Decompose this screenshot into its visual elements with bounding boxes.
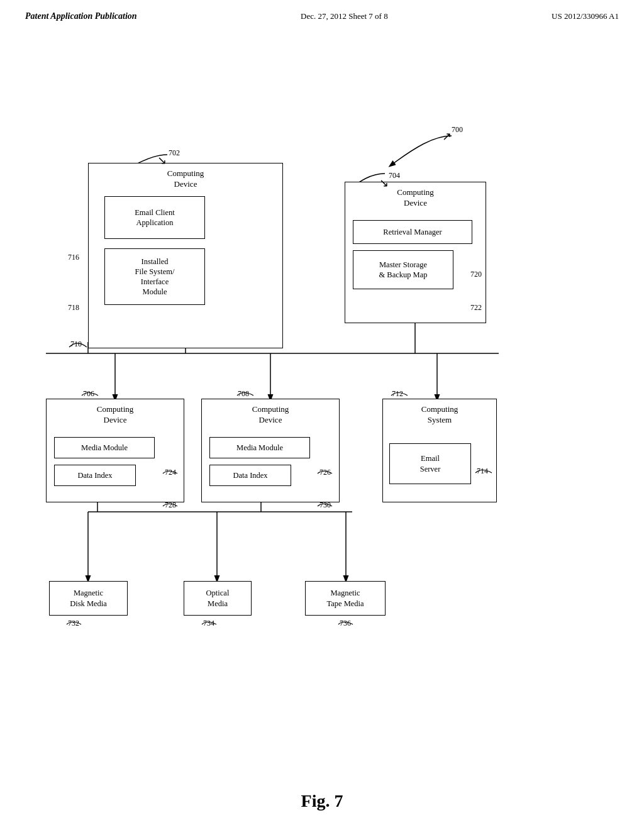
ref-728-curve	[162, 502, 181, 512]
magnetic-disk-label: MagneticDisk Media	[70, 588, 107, 609]
installed-fs-box: InstalledFile System/InterfaceModule	[104, 248, 205, 305]
media-module-706-box: Media Module	[54, 437, 155, 458]
master-storage-label: Master Storage& Backup Map	[379, 260, 427, 280]
figure-caption: Fig. 7	[301, 791, 343, 811]
email-client-box: Email ClientApplication	[104, 196, 205, 239]
retrieval-manager-box: Retrieval Manager	[353, 220, 472, 244]
data-index-706-box: Data Index	[54, 465, 136, 486]
optical-media-box: OpticalMedia	[184, 581, 252, 616]
publication-date: Dec. 27, 2012 Sheet 7 of 8	[301, 11, 388, 21]
magnetic-tape-label: MagneticTape Media	[326, 588, 364, 609]
publication-title: Patent Application Publication	[25, 11, 137, 21]
diagram-area: ComputingDevice Email ClientApplication …	[0, 28, 644, 751]
label-712: ComputingSystem	[383, 404, 496, 426]
ref-710-svg	[68, 341, 93, 355]
ref-724-curve	[162, 469, 181, 479]
ref-730-curve	[317, 502, 336, 512]
label-706: ComputingDevice	[47, 404, 184, 426]
ref-714-curve	[474, 468, 497, 479]
ref-720: 720	[470, 270, 482, 279]
diagram-svg	[0, 28, 644, 751]
computing-device-704: ComputingDevice Retrieval Manager Master…	[345, 182, 486, 323]
computing-device-708: ComputingDevice Media Module Data Index	[201, 399, 340, 502]
email-client-label: Email ClientApplication	[135, 208, 175, 228]
label-708: ComputingDevice	[202, 404, 339, 426]
computing-device-702: ComputingDevice Email ClientApplication …	[88, 163, 283, 348]
ref-702-curve: ↘	[157, 153, 167, 167]
label-704: ComputingDevice	[345, 187, 486, 209]
magnetic-tape-box: MagneticTape Media	[305, 581, 386, 616]
computing-device-706: ComputingDevice Media Module Data Index	[46, 399, 184, 502]
ref-736-curve	[338, 620, 357, 630]
media-module-708-box: Media Module	[209, 437, 310, 458]
optical-media-label: OpticalMedia	[206, 588, 230, 609]
ref-704-curve: ↘	[379, 176, 389, 190]
ref-704: 704	[389, 171, 400, 180]
label-702: ComputingDevice	[89, 169, 282, 190]
ref-716: 716	[68, 253, 79, 262]
page-header: Patent Application Publication Dec. 27, …	[0, 0, 644, 21]
email-server-box: EmailServer	[389, 443, 471, 484]
magnetic-disk-box: MagneticDisk Media	[49, 581, 128, 616]
ref-718: 718	[68, 303, 79, 313]
data-index-706-label: Data Index	[77, 470, 112, 480]
ref-700-line: ↗	[442, 130, 452, 143]
ref-722: 722	[470, 303, 482, 313]
installed-fs-label: InstalledFile System/InterfaceModule	[135, 257, 175, 297]
ref-708-curve	[236, 390, 258, 402]
media-module-706-label: Media Module	[81, 443, 128, 453]
master-storage-box: Master Storage& Backup Map	[353, 250, 453, 289]
ref-702: 702	[169, 148, 180, 158]
ref-732-curve	[66, 620, 85, 630]
media-module-708-label: Media Module	[236, 443, 283, 453]
ref-712-curve	[390, 390, 413, 402]
data-index-708-label: Data Index	[233, 470, 267, 480]
ref-734-curve	[201, 620, 220, 630]
retrieval-manager-label: Retrieval Manager	[383, 227, 441, 237]
ref-700: 700	[452, 125, 463, 135]
email-server-label: EmailServer	[420, 453, 441, 474]
ref-726-curve	[317, 469, 336, 479]
publication-number: US 2012/330966 A1	[552, 11, 619, 21]
computing-system-712: ComputingSystem EmailServer	[382, 399, 497, 502]
ref-706-curve	[80, 390, 103, 402]
data-index-708-box: Data Index	[209, 465, 291, 486]
